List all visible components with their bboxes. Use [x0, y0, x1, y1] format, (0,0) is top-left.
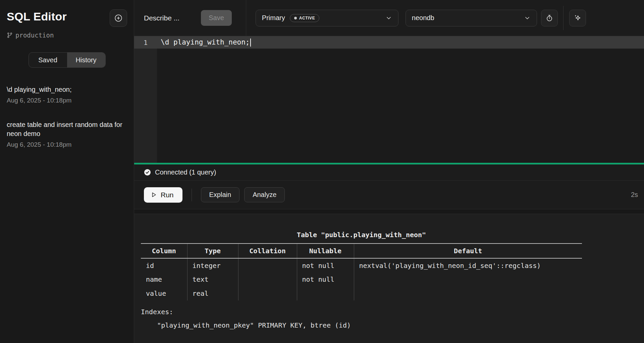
save-button[interactable]: Save [201, 10, 232, 26]
sidebar: SQL Editor production Saved History \d p… [0, 0, 134, 343]
status-badge: ACTIVE [290, 14, 320, 22]
chevron-down-icon [385, 15, 392, 21]
stopwatch-icon [545, 14, 553, 22]
sparkle-icon [573, 14, 582, 22]
branch-indicator: production [7, 31, 127, 39]
cell [297, 286, 354, 300]
results-panel: Table "public.playing_with_neon" Column … [134, 214, 644, 343]
results-table-title: Table "public.playing_with_neon" [141, 231, 582, 239]
cell: nextval('playing_with_neon_id_seq'::regc… [354, 258, 582, 272]
results-table: Column Type Collation Nullable Default i… [141, 243, 582, 300]
play-icon [151, 192, 157, 198]
topbar-selectors: Primary ACTIVE neondb [246, 0, 644, 36]
editor-gutter [134, 36, 157, 163]
database-selector-value: neondb [412, 14, 434, 22]
ai-assist-button[interactable] [569, 10, 586, 26]
query-name-group: Describe ... Save [134, 0, 246, 36]
history-item-timestamp: Aug 6, 2025 - 10:18pm [7, 97, 127, 104]
psql-output: Table "public.playing_with_neon" Column … [141, 231, 582, 329]
tab-history[interactable]: History [67, 53, 105, 67]
sql-editor[interactable]: 1 \d playing_with_neon; [134, 36, 644, 163]
topbar: Describe ... Save Primary ACTIVE neondb [134, 0, 644, 36]
new-query-button[interactable] [110, 9, 127, 27]
main-panel: Describe ... Save Primary ACTIVE neondb [134, 0, 644, 343]
check-circle-icon [144, 169, 151, 176]
column-header: Collation [238, 244, 297, 258]
history-item[interactable]: create table and insert random data for … [7, 120, 127, 148]
results-panel-edge [134, 209, 644, 214]
history-list: \d playing_with_neon; Aug 6, 2025 - 10:1… [7, 85, 127, 148]
code-line: \d playing_with_neon; [157, 38, 251, 47]
query-duration: 2s [631, 191, 638, 199]
cell: real [187, 286, 238, 300]
column-header: Type [187, 244, 238, 258]
page-title: SQL Editor [7, 10, 67, 23]
column-header: Column [141, 244, 187, 258]
cell: value [141, 286, 187, 300]
code-text: \d playing_with_neon; [161, 38, 250, 46]
analyze-button[interactable]: Analyze [244, 187, 285, 202]
cell [354, 286, 582, 300]
table-row: value real [141, 286, 582, 300]
query-history-button[interactable] [541, 10, 558, 26]
plus-circle-icon [114, 14, 123, 22]
chevron-down-icon [524, 15, 531, 21]
query-name[interactable]: Describe ... [144, 14, 179, 22]
sidebar-tabs: Saved History [29, 52, 106, 68]
column-header: Default [354, 244, 582, 258]
cell [238, 272, 297, 286]
git-branch-icon [7, 32, 13, 38]
table-row: name text not null [141, 272, 582, 286]
run-button-label: Run [161, 191, 174, 199]
table-row: id integer not null nextval('playing_wit… [141, 258, 582, 272]
branch-name: production [15, 31, 54, 39]
cell: text [187, 272, 238, 286]
cell: not null [297, 258, 354, 272]
actions-bar: Run Explain Analyze 2s [134, 181, 644, 209]
branch-selector-value: Primary [262, 14, 285, 22]
sidebar-header: SQL Editor [7, 10, 127, 27]
status-bar: Connected (1 query) [134, 164, 644, 181]
index-definition: "playing_with_neon_pkey" PRIMARY KEY, bt… [141, 321, 582, 329]
cell: integer [187, 258, 238, 272]
explain-button[interactable]: Explain [201, 187, 240, 202]
connection-status: Connected (1 query) [155, 168, 216, 176]
results-header-row: Column Type Collation Nullable Default [141, 244, 582, 258]
status-badge-label: ACTIVE [299, 16, 315, 20]
cell: id [141, 258, 187, 272]
tab-saved[interactable]: Saved [29, 53, 67, 67]
cell: not null [297, 272, 354, 286]
database-selector[interactable]: neondb [406, 10, 537, 26]
indexes-label: Indexes: [141, 308, 582, 316]
history-item-timestamp: Aug 6, 2025 - 10:18pm [7, 141, 127, 148]
branch-selector[interactable]: Primary ACTIVE [256, 10, 398, 26]
line-number: 1 [134, 39, 157, 47]
history-item-title: create table and insert random data for … [7, 120, 122, 138]
cell [238, 286, 297, 300]
cell [238, 258, 297, 272]
history-item[interactable]: \d playing_with_neon; Aug 6, 2025 - 10:1… [7, 85, 127, 104]
actions-divider [192, 189, 192, 201]
run-button[interactable]: Run [144, 187, 182, 203]
column-header: Nullable [297, 244, 354, 258]
topbar-divider [563, 6, 564, 30]
cell [354, 272, 582, 286]
active-dot-icon [294, 17, 297, 19]
text-cursor [250, 39, 251, 47]
history-item-title: \d playing_with_neon; [7, 85, 122, 94]
cell: name [141, 272, 187, 286]
editor-active-line[interactable]: 1 \d playing_with_neon; [134, 36, 644, 49]
